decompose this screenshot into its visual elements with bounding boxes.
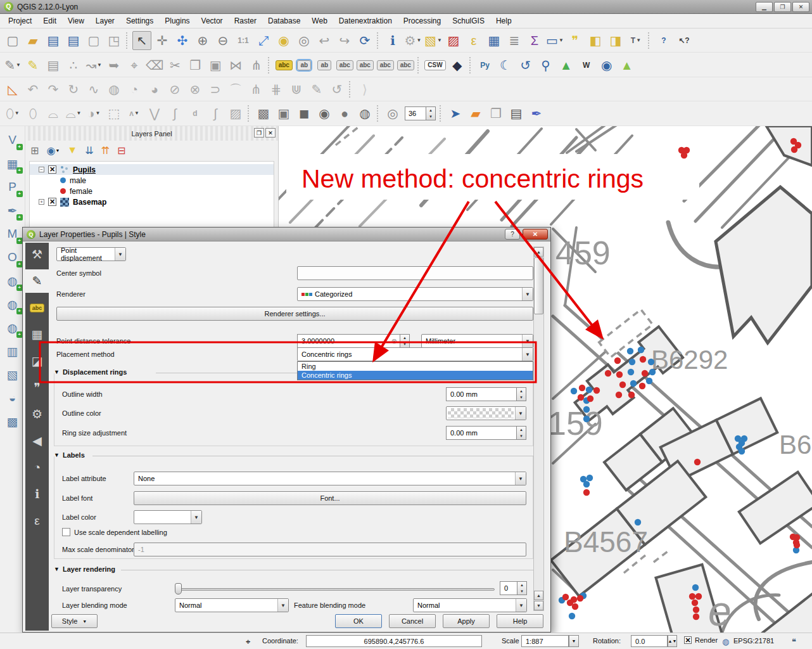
run-feature-action-icon[interactable]: ⚙▼ [403, 31, 422, 50]
add-vector-layer-icon[interactable]: V+ [4, 131, 22, 149]
label-pin-icon[interactable]: ab [295, 56, 314, 75]
scale-dependent-checkbox-row[interactable]: Use scale dependent labelling [62, 528, 167, 536]
zoom-layer-red-icon[interactable]: ◉ [597, 56, 616, 75]
topology-6-icon[interactable]: ⬚ [105, 104, 124, 123]
menu-raster[interactable]: Raster [229, 15, 262, 27]
grid-icon[interactable]: ▩ [4, 413, 22, 430]
hatch-icon[interactable]: ▨ [226, 104, 245, 123]
copy-features-icon[interactable]: ❐ [186, 56, 205, 75]
menu-project[interactable]: Project [3, 15, 37, 27]
scale-combo[interactable]: 1:887 [521, 635, 569, 647]
spiral-icon[interactable]: ◎ [383, 104, 402, 123]
menu-help[interactable]: Help [490, 15, 517, 27]
new-bookmark-icon[interactable]: ◧ [586, 31, 605, 50]
label-hold-icon[interactable]: ab [315, 56, 334, 75]
label-move-icon[interactable]: abc [355, 56, 374, 75]
create-layer-icon[interactable]: ▧ [4, 366, 22, 383]
export-blue-icon[interactable]: ➤ [446, 104, 465, 123]
rotate-feature-icon[interactable]: ↻ [64, 80, 83, 99]
csw-icon[interactable]: CSW [424, 56, 446, 75]
add-oracle-layer-icon[interactable]: O+ [4, 248, 22, 266]
save-project-as-icon[interactable]: ▤ [64, 31, 83, 50]
dropdown-option-concentric-rings[interactable]: Concentric rings [298, 371, 533, 380]
render-toggle[interactable]: ✕ Render [684, 636, 718, 644]
tolerance-unit-combo[interactable]: Millimeter▼ [421, 334, 533, 348]
add-group-icon[interactable]: ⊞ [30, 145, 39, 157]
simplify-feature-icon[interactable]: ∿ [84, 80, 103, 99]
merge-features-icon[interactable]: ⋓ [287, 80, 306, 99]
python-console-icon[interactable]: Py [476, 56, 495, 75]
square-dark-icon[interactable]: ◼ [295, 104, 314, 123]
statistics-icon[interactable]: ≣ [505, 31, 524, 50]
scroll-up-icon-2[interactable]: ▲ [534, 591, 543, 600]
zoom-full-icon[interactable]: ⤢ [254, 31, 273, 50]
dialog-help-icon[interactable]: ? [505, 229, 520, 240]
scale-dropdown-icon[interactable]: ▼ [569, 635, 579, 647]
new-shapefile-icon[interactable]: ▥ [4, 342, 22, 360]
interp-f-icon[interactable]: ∫ [206, 104, 225, 123]
pan-map-icon[interactable]: ✛ [153, 31, 172, 50]
segments-spinbox[interactable]: 36▲▼ [405, 106, 436, 120]
delete-ring-icon[interactable]: ⊘ [165, 80, 184, 99]
new-composer-icon[interactable]: ▢ [84, 31, 103, 50]
topology-3-icon[interactable]: ⌓ [44, 104, 63, 123]
spin-down-icon[interactable]: ▼ [400, 341, 409, 347]
renderer-combo[interactable]: Categorized ▼ [297, 287, 533, 301]
toggle-editing-icon[interactable]: ✎ [23, 56, 42, 75]
spin-up-icon[interactable]: ▲ [426, 107, 435, 113]
manage-themes-icon[interactable]: ◉▼ [46, 145, 60, 157]
placement-dropdown-list[interactable]: RingConcentric rings [297, 361, 533, 380]
touch-zoom-pan-icon[interactable]: ↖ [132, 31, 151, 50]
clear-icon[interactable]: ⊗ [391, 337, 397, 345]
minimize-button[interactable]: ▁ [756, 2, 773, 12]
osm-icon[interactable]: ◒ [4, 389, 22, 407]
collapse-icon[interactable]: − [39, 167, 44, 172]
collapse-all-icon[interactable]: ⇈ [101, 145, 110, 157]
tab-display-icon[interactable]: ❞ [25, 376, 49, 399]
layer-checkbox-basemap[interactable]: ✕ [48, 198, 56, 206]
ring-size-spinbox[interactable]: 0.00 mm ▲▼ [446, 426, 526, 440]
messages-icon[interactable]: ❝ [792, 637, 796, 646]
feature-blending-combo[interactable]: Normal▼ [413, 598, 527, 612]
renderer-settings-button[interactable]: Renderer settings... [56, 307, 533, 321]
remove-layer-icon[interactable]: ⊟ [117, 145, 125, 157]
zoom-to-layer-icon[interactable]: ◎ [295, 31, 314, 50]
menu-processing[interactable]: Processing [398, 15, 447, 27]
expand-icon[interactable]: + [39, 199, 44, 205]
undo-icon[interactable]: ↶ [23, 80, 42, 99]
scrollbar-thumb[interactable] [534, 257, 543, 314]
vertex-lasso-icon[interactable]: ⋔ [246, 56, 265, 75]
label-attribute-combo[interactable]: None▼ [134, 472, 526, 485]
current-edits-icon[interactable]: ✎▼ [3, 56, 22, 75]
save-project-icon[interactable]: ▤ [44, 31, 63, 50]
delete-part-icon[interactable]: ⊗ [186, 80, 205, 99]
zoom-out-icon[interactable]: ⊖ [213, 31, 232, 50]
max-scale-input[interactable]: -1 [134, 543, 526, 556]
legend-row-male[interactable]: male [30, 175, 274, 186]
menu-plugins[interactable]: Plugins [159, 15, 195, 27]
curve-digitize-icon[interactable]: ↝▼ [84, 56, 103, 75]
transparency-slider[interactable] [175, 588, 495, 591]
tab-joins-icon[interactable]: ◀ [25, 429, 49, 453]
topology-4-icon[interactable]: ⌓▼ [64, 104, 83, 123]
node-tool-icon[interactable]: ⌖ [125, 56, 144, 75]
dialog-titlebar[interactable]: Q Layer Properties - Pupils | Style ? ✕ [23, 228, 550, 241]
split-features-icon[interactable]: ⋔ [246, 80, 265, 99]
circle-axes-icon[interactable]: ◍ [355, 104, 374, 123]
legend-row-female[interactable]: female [30, 186, 274, 196]
cad-tools-icon[interactable]: ◺ [3, 80, 22, 99]
spin-down-icon[interactable]: ▼ [517, 588, 526, 594]
dialog-close-icon[interactable]: ✕ [523, 229, 548, 240]
cut-features-icon[interactable]: ✂ [165, 56, 184, 75]
open-project-icon[interactable]: ▰ [23, 31, 42, 50]
layer-row-pupils[interactable]: − ✕ Pupils [30, 164, 274, 175]
add-spatialite-layer-icon[interactable]: ✒+ [4, 202, 22, 219]
apply-button[interactable]: Apply [443, 614, 490, 628]
move-feature-icon[interactable]: ➥ [105, 56, 124, 75]
identify-features-icon[interactable]: ℹ [383, 31, 402, 50]
circle-dark-icon[interactable]: ● [335, 104, 354, 123]
layers-panel-header[interactable]: Layers Panel ❐ ✕ [25, 126, 278, 141]
menu-web[interactable]: Web [306, 15, 333, 27]
menu-schulgis[interactable]: SchulGIS [447, 15, 490, 27]
square-axes-icon[interactable]: ▣ [274, 104, 293, 123]
